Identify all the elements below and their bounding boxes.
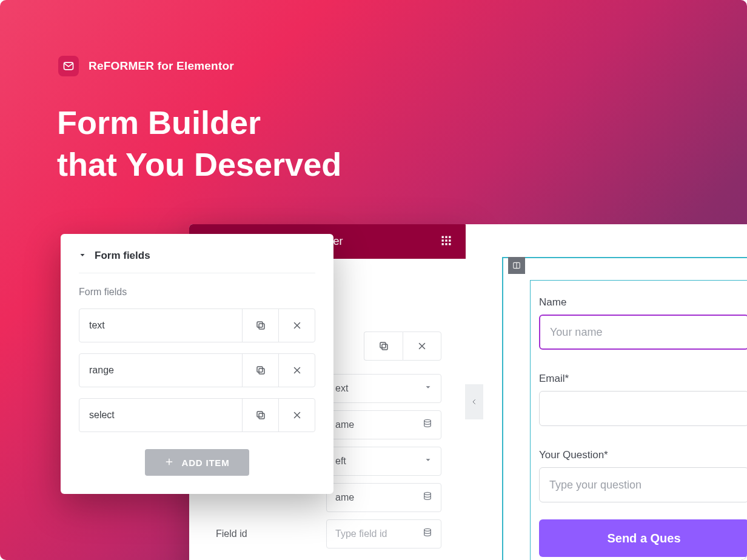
chevron-left-icon: [471, 398, 478, 405]
question-label: Your Question*: [539, 449, 747, 461]
name-label: Name: [539, 296, 747, 308]
panel-collapse-handle[interactable]: [465, 384, 483, 419]
submit-label: Send a Ques: [607, 532, 680, 545]
database-icon: [423, 419, 432, 431]
email-label: Email*: [539, 373, 747, 385]
copy-icon: [255, 410, 266, 421]
form-field-item[interactable]: text: [79, 308, 315, 342]
form-field-name: select: [79, 399, 242, 432]
question-placeholder: Type your question: [549, 479, 641, 492]
name-input[interactable]: ame: [326, 410, 441, 439]
brand-name: ReFORMER for Elementor: [89, 59, 234, 73]
preview-field-name: Name Your name: [539, 296, 747, 350]
plus-icon: [165, 458, 173, 468]
copy-icon: [255, 320, 266, 331]
field-id-input[interactable]: Type field id: [326, 519, 441, 548]
svg-rect-19: [259, 368, 264, 374]
chevron-down-icon: [424, 383, 432, 394]
align-value: eft: [335, 456, 346, 467]
question-input[interactable]: Type your question: [539, 467, 747, 502]
svg-rect-3: [449, 236, 451, 238]
setting-field-id: Field id Type field id: [216, 519, 441, 548]
svg-rect-2: [445, 236, 447, 238]
svg-rect-6: [449, 239, 451, 241]
field-type-value: ext: [335, 383, 348, 394]
svg-point-14: [424, 528, 431, 531]
close-icon: [292, 410, 303, 421]
field-id-label: Field id: [216, 528, 247, 539]
caret-down-icon: [79, 250, 86, 262]
brand-icon: [58, 56, 79, 76]
form-fields-list: text range select: [79, 308, 315, 432]
svg-rect-10: [382, 344, 387, 350]
label-value: ame: [335, 492, 354, 503]
name-input[interactable]: Your name: [539, 315, 747, 350]
svg-rect-11: [380, 342, 386, 348]
duplicate-button[interactable]: [242, 399, 278, 432]
close-icon: [292, 365, 303, 376]
svg-rect-9: [449, 243, 451, 245]
svg-rect-18: [257, 322, 263, 327]
duplicate-button[interactable]: [242, 309, 278, 342]
svg-rect-20: [257, 367, 263, 372]
duplicate-button[interactable]: [242, 354, 278, 387]
form-field-item[interactable]: select: [79, 398, 315, 432]
name-value: ame: [335, 419, 354, 430]
svg-rect-5: [445, 239, 447, 241]
svg-rect-17: [259, 324, 264, 329]
svg-rect-22: [257, 412, 263, 417]
hero-title: Form Builder that You Deserved: [57, 102, 341, 185]
add-item-button[interactable]: ADD ITEM: [145, 449, 249, 476]
form-fields-popover: Form fields Form fields text range: [61, 234, 333, 494]
popover-header[interactable]: Form fields: [79, 250, 315, 273]
svg-rect-4: [442, 239, 444, 241]
svg-rect-21: [259, 413, 264, 419]
popover-title: Form fields: [95, 250, 150, 262]
preview-field-question: Your Question* Type your question: [539, 449, 747, 502]
preview-field-email: Email*: [539, 373, 747, 426]
name-placeholder: Your name: [550, 326, 602, 339]
mail-icon: [62, 60, 75, 72]
align-select[interactable]: eft: [326, 447, 441, 476]
remove-button[interactable]: [403, 332, 441, 361]
svg-point-12: [424, 419, 431, 422]
database-icon: [423, 492, 432, 504]
label-input[interactable]: ame: [326, 483, 441, 512]
form-field-name: range: [79, 354, 242, 387]
hero-line-1: Form Builder: [57, 102, 341, 144]
chevron-down-icon: [424, 456, 432, 467]
svg-point-13: [424, 492, 431, 495]
brand-block: ReFORMER for Elementor: [58, 56, 234, 76]
submit-button[interactable]: Send a Ques: [539, 519, 747, 557]
columns-icon: [512, 261, 521, 270]
hero-canvas: ReFORMER for Elementor Form Builder that…: [0, 0, 747, 560]
preview-section-selection[interactable]: Name Your name Email* Your Question* Typ…: [502, 257, 747, 560]
svg-rect-1: [442, 236, 444, 238]
form-field-name: text: [79, 309, 242, 342]
preview-canvas: Name Your name Email* Your Question* Typ…: [466, 224, 747, 560]
database-icon: [423, 528, 432, 540]
widget-handle[interactable]: [508, 257, 525, 274]
remove-button[interactable]: [278, 309, 315, 342]
copy-icon: [378, 341, 389, 352]
add-item-label: ADD ITEM: [182, 458, 230, 468]
remove-button[interactable]: [278, 399, 315, 432]
apps-icon[interactable]: [440, 235, 452, 249]
form-field-item[interactable]: range: [79, 353, 315, 387]
email-input[interactable]: [539, 391, 747, 426]
remove-button[interactable]: [278, 354, 315, 387]
field-type-select[interactable]: ext: [326, 374, 441, 403]
field-id-placeholder: Type field id: [335, 528, 387, 539]
svg-rect-8: [445, 243, 447, 245]
duplicate-button[interactable]: [364, 332, 403, 361]
preview-widget-selection[interactable]: Name Your name Email* Your Question* Typ…: [530, 280, 747, 560]
close-icon: [417, 341, 427, 352]
hero-line-2: that You Deserved: [57, 144, 341, 185]
popover-section-label: Form fields: [79, 287, 315, 298]
close-icon: [292, 320, 303, 331]
copy-icon: [255, 365, 266, 376]
svg-rect-7: [442, 243, 444, 245]
